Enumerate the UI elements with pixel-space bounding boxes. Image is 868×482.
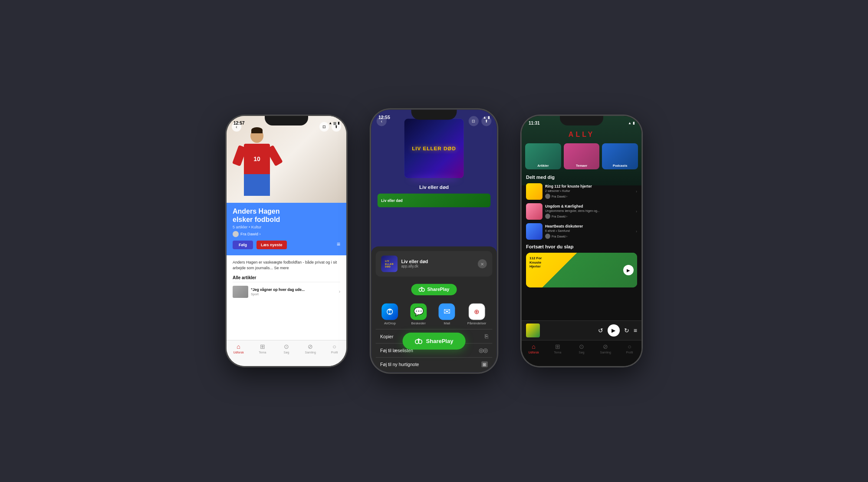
mini-player: ↺ ▶ ↻ ≡: [522, 320, 641, 340]
shared-section-title: Delt med dig: [522, 172, 641, 182]
nav-item-tema[interactable]: ⊞ Tema: [250, 343, 274, 354]
reminders-app[interactable]: ⊕ Påmindelser: [467, 304, 487, 325]
mail-app[interactable]: ✉ Mail: [439, 304, 455, 325]
author-avatar: [233, 231, 239, 237]
nav-label-udforsk: Udforsk: [233, 351, 244, 354]
tema-icon: ⊞: [260, 343, 265, 350]
article-subtitle: 5 artikler • Kultur: [233, 225, 340, 229]
shared-item-3[interactable]: Heartbeats diskuterer 6 afsnit • Samfund…: [522, 221, 641, 241]
category-row: Artikler Temaer Podcasts: [522, 141, 641, 172]
airdrop-app[interactable]: AirDrop: [382, 304, 398, 325]
arm-right: [266, 145, 283, 166]
bottom-nav-1: ⌂ Udforsk ⊞ Tema ⊙ Søg ⊘ Samling ○ Pro: [227, 340, 346, 366]
nav-label-profil-3: Profil: [626, 351, 633, 354]
hero-image: ‹ ⊡ ⬆ 10: [227, 116, 346, 203]
nav-item-tema-3[interactable]: ⊞ Tema: [546, 343, 569, 354]
phone3-screen: 11:31 ▲ ▮ ALLY Artikler Temaer: [522, 116, 641, 366]
shared-thumb-1: [526, 183, 542, 200]
status-icons-2: ▲ ▮: [483, 115, 490, 119]
notch-3: [560, 116, 603, 125]
shared-item-3-title: Heartbeats diskuterer: [545, 224, 633, 229]
follow-button[interactable]: Følg: [233, 241, 253, 249]
from-text-2: Fra Dawid ›: [552, 215, 567, 218]
rewind-button[interactable]: ↺: [598, 327, 603, 334]
phone-1: ‹ ⊡ ⬆ 10: [226, 115, 347, 367]
shared-thumb-2: [526, 203, 542, 220]
battery-icon-2: ▮: [488, 115, 490, 119]
status-time-2: 12:55: [378, 115, 390, 120]
category-artikler[interactable]: Artikler: [525, 143, 561, 169]
nav-item-profil-3[interactable]: ○ Profil: [618, 343, 641, 354]
continue-section: 112 For Knuste Hjerter ▶: [522, 251, 641, 290]
nav-item-profil[interactable]: ○ Profil: [322, 343, 346, 354]
phone1-screen: ‹ ⊡ ⬆ 10: [227, 116, 346, 366]
copy-label: Kopier: [380, 334, 393, 339]
quicknote-action[interactable]: Føj til ny hurtignote ⊞: [376, 357, 493, 371]
shared-item-1-sub: 2 sæsoner • Kultur: [545, 189, 633, 193]
article-chevron-icon: ›: [339, 289, 340, 294]
share-sheet: LIVELLERDØD Liv eller død app.ally.dk ✕: [371, 247, 497, 373]
ally-logo: ALLY: [522, 128, 641, 141]
copy-icon: ⎘: [485, 333, 488, 340]
tema-icon-3: ⊞: [555, 343, 560, 350]
profile-icon-3: ○: [628, 343, 631, 350]
continue-card[interactable]: 112 For Knuste Hjerter ▶: [526, 253, 637, 287]
share-close-button[interactable]: ✕: [478, 259, 487, 268]
nav-item-udforsk[interactable]: ⌂ Udforsk: [227, 343, 250, 354]
action-buttons: Følg Læs nyeste ≡: [233, 241, 340, 253]
profile-icon: ○: [332, 343, 336, 350]
play-pause-button[interactable]: ▶: [608, 324, 620, 337]
share-thumb: LIVELLERDØD: [381, 256, 398, 272]
forward-button[interactable]: ↻: [624, 327, 629, 334]
messages-label: Beskeder: [411, 321, 426, 325]
nav-item-samling[interactable]: ⊘ Samling: [299, 343, 322, 354]
main-scene: ‹ ⊡ ⬆ 10: [226, 115, 642, 367]
collection-icon: ⊘: [308, 343, 313, 350]
from-avatar-1: [545, 194, 550, 199]
ally-logo-text: ALLY: [569, 131, 595, 138]
article-list-item[interactable]: "Jeg vågner op hver dag ude... Sport ›: [233, 286, 340, 298]
nav-label-udforsk-3: Udforsk: [529, 351, 539, 354]
article-info-band: Anders Hagen elsker fodbold 5 artikler •…: [227, 203, 346, 255]
shared-item-1[interactable]: Ring 112 for knuste hjerter 2 sæsoner • …: [522, 182, 641, 201]
quicknote-icon: ⊞: [481, 361, 488, 367]
album-glow: [409, 176, 459, 182]
svg-point-3: [389, 313, 391, 314]
author-name: Fra Dawid ›: [240, 232, 261, 236]
shared-item-2-sub: Ungdommens længsler, dens higen og...: [545, 209, 633, 213]
read-newest-button[interactable]: Læs nyeste: [256, 241, 287, 249]
from-text-1: Fra Dawid ›: [552, 195, 567, 198]
share-apps-row: AirDrop 💬 Beskeder ✉ Mail ⊕ Påmindelser: [371, 301, 497, 329]
shared-item-1-from: Fra Dawid ›: [545, 194, 633, 199]
continue-section-title: Fortsæt hvor du slap: [522, 241, 641, 251]
category-podcasts[interactable]: Podcasts: [602, 143, 638, 169]
nav-label-samling: Samling: [305, 351, 316, 354]
from-text-3: Fra Dawid ›: [552, 235, 567, 238]
battery-icon: ▮: [338, 121, 339, 125]
messages-app[interactable]: 💬 Beskeder: [410, 304, 427, 325]
nav-label-samling-3: Samling: [600, 351, 611, 354]
play-button[interactable]: ▶: [623, 265, 634, 275]
nav-item-soeg[interactable]: ⊙ Søg: [274, 343, 298, 354]
shared-item-2[interactable]: Ungdom & Kærlighed Ungdommens længsler, …: [522, 201, 641, 221]
playlist-button[interactable]: ≡: [634, 327, 637, 334]
mini-player-thumb: [526, 324, 540, 337]
mail-label: Mail: [444, 321, 450, 325]
nav-label-tema-3: Tema: [554, 351, 561, 354]
shared-item-3-sub: 6 afsnit • Samfund: [545, 229, 633, 233]
shareplay-bottom-button[interactable]: SharePlay: [403, 333, 466, 350]
share-url: app.ally.dk: [401, 264, 474, 268]
shareplay-bottom-container: SharePlay: [403, 333, 466, 350]
nav-item-soeg-3[interactable]: ⊙ Søg: [569, 343, 593, 354]
hero-figure: 10: [240, 129, 274, 203]
nav-item-samling-3[interactable]: ⊘ Samling: [594, 343, 618, 354]
person-jersey: 10: [244, 144, 270, 174]
continue-overlay: ▶: [526, 253, 637, 287]
shared-item-2-from: Fra Dawid ›: [545, 214, 633, 219]
artikler-label: Artikler: [525, 164, 561, 168]
shareplay-button[interactable]: SharePlay: [411, 284, 457, 295]
bottom-nav-3: ⌂ Udforsk ⊞ Tema ⊙ Søg ⊘ Samling ○ Pro: [522, 340, 641, 366]
nav-item-udforsk-3[interactable]: ⌂ Udforsk: [522, 343, 546, 354]
category-temaer[interactable]: Temaer: [564, 143, 600, 169]
shared-item-3-text: Heartbeats diskuterer 6 afsnit • Samfund…: [545, 224, 633, 239]
